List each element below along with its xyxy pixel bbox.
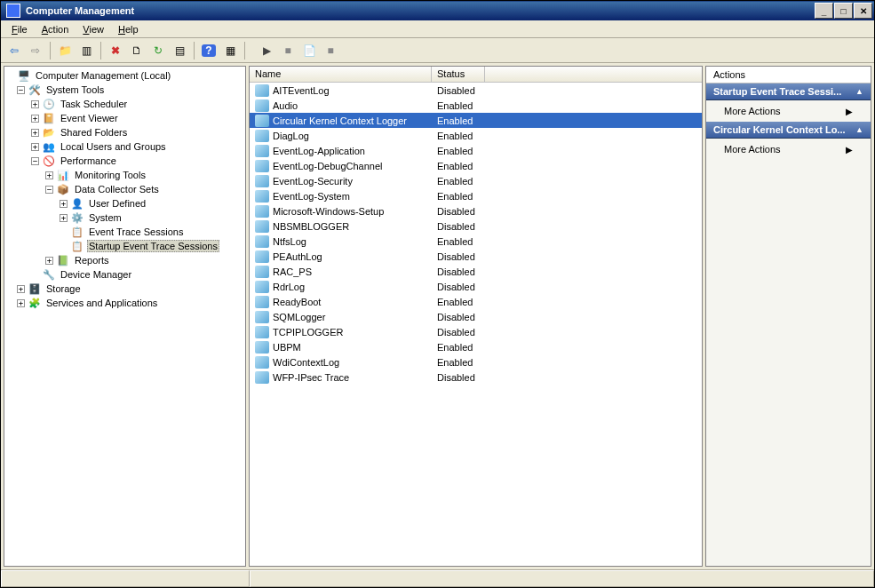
list-panel: Name Status AITEventLogDisabledAudioEnab…	[249, 66, 703, 567]
tree-root[interactable]: 🖥️ Computer Management (Local)	[4, 68, 245, 83]
maximize-button[interactable]: □	[834, 3, 853, 19]
list-row[interactable]: Circular Kernel Context LoggerEnabled	[250, 113, 702, 128]
back-button[interactable]: ⇦	[4, 41, 24, 60]
cell-name: RAC_PS	[250, 266, 432, 278]
chevron-up-icon: ▲	[855, 125, 863, 134]
expand-icon[interactable]: +	[31, 115, 39, 123]
list-row[interactable]: EventLog-ApplicationEnabled	[250, 143, 702, 158]
actions-more-2[interactable]: More Actions ▶	[706, 139, 871, 160]
list-row[interactable]: EventLog-SystemEnabled	[250, 188, 702, 203]
list-row[interactable]: RAC_PSDisabled	[250, 264, 702, 279]
list-row[interactable]: RdrLogDisabled	[250, 279, 702, 294]
export-button[interactable]: ▤	[170, 41, 189, 60]
export-icon: ▤	[175, 44, 185, 57]
cell-status: Enabled	[432, 161, 485, 171]
cell-name: NBSMBLOGGER	[250, 220, 432, 233]
stop-button[interactable]: ■	[278, 41, 298, 60]
list-row[interactable]: TCPIPLOGGERDisabled	[250, 324, 702, 339]
tree-event-trace-sessions[interactable]: 📋 Event Trace Sessions	[4, 225, 245, 239]
menu-file[interactable]: File	[4, 22, 35, 36]
list-row[interactable]: NtfsLogEnabled	[250, 234, 702, 249]
column-header-name[interactable]: Name	[250, 67, 432, 82]
close-button[interactable]: ✕	[854, 3, 872, 19]
menu-help[interactable]: Help	[111, 22, 146, 36]
expand-icon[interactable]: +	[17, 285, 25, 293]
expand-icon[interactable]: +	[60, 200, 68, 208]
actions-group-selected[interactable]: Circular Kernel Context Lo... ▲	[706, 122, 871, 139]
cell-name-text: RdrLog	[273, 282, 305, 292]
new-button[interactable]: 📄	[299, 41, 319, 60]
cell-status: Disabled	[432, 206, 485, 217]
menu-action[interactable]: Action	[35, 22, 76, 36]
expand-icon[interactable]: +	[31, 100, 39, 108]
list-row[interactable]: DiagLogEnabled	[250, 128, 702, 143]
refresh-button[interactable]: 🗋	[127, 41, 147, 60]
list-row[interactable]: AudioEnabled	[250, 98, 702, 113]
cell-name: DiagLog	[250, 130, 432, 142]
expand-icon[interactable]: +	[45, 257, 53, 265]
tree-storage[interactable]: + 🗄️ Storage	[4, 282, 245, 296]
list-row[interactable]: SQMLoggerDisabled	[250, 309, 702, 324]
minimize-button[interactable]: _	[815, 3, 833, 19]
actions-group-startup[interactable]: Startup Event Trace Sessi... ▲	[706, 83, 871, 100]
expand-icon[interactable]: +	[60, 214, 68, 222]
collapse-icon[interactable]: −	[31, 157, 39, 165]
tree-local-users[interactable]: + 👥 Local Users and Groups	[4, 139, 245, 154]
expand-icon[interactable]: +	[31, 129, 39, 137]
expand-icon[interactable]: +	[17, 299, 25, 307]
forward-button[interactable]: ⇨	[26, 41, 45, 60]
tree-data-collector-sets[interactable]: − 📦 Data Collector Sets	[4, 182, 245, 196]
play-button[interactable]: ▶	[257, 41, 276, 60]
title-bar: Computer Management _ □ ✕	[1, 1, 874, 20]
tree-monitoring-tools[interactable]: + 📊 Monitoring Tools	[4, 168, 245, 182]
tree-performance[interactable]: − 🚫 Performance	[4, 154, 245, 168]
tree-task-scheduler[interactable]: + 🕒 Task Scheduler	[4, 97, 245, 111]
tools-icon: 🛠️	[28, 83, 42, 97]
tree-startup-event-trace-sessions[interactable]: 📋 Startup Event Trace Sessions	[4, 239, 245, 253]
cell-status: Disabled	[432, 327, 485, 338]
cell-status: Disabled	[432, 266, 485, 277]
properties-button[interactable]: ▥	[76, 41, 96, 60]
menu-view[interactable]: View	[76, 22, 111, 36]
list-row[interactable]: WFP-IPsec TraceDisabled	[250, 369, 702, 385]
list-row[interactable]: Microsoft-Windows-SetupDisabled	[250, 203, 702, 219]
help-button[interactable]: ?	[199, 41, 219, 60]
delete-button[interactable]: ✖	[106, 41, 125, 60]
collapse-icon[interactable]: −	[17, 86, 25, 94]
actions-more-1[interactable]: More Actions ▶	[706, 100, 871, 122]
tree-reports[interactable]: + 📗 Reports	[4, 253, 245, 267]
cell-name-text: WFP-IPsec Trace	[273, 372, 349, 383]
tree-user-defined[interactable]: + 👤 User Defined	[4, 196, 245, 211]
expand-icon[interactable]: +	[45, 171, 53, 179]
collapse-icon[interactable]: −	[45, 186, 53, 194]
list-row[interactable]: AITEventLogDisabled	[250, 83, 702, 98]
list-body: AITEventLogDisabledAudioEnabledCircular …	[250, 83, 702, 385]
list-row[interactable]: UBPMEnabled	[250, 339, 702, 354]
cell-status: Enabled	[432, 191, 485, 202]
list-row[interactable]: EventLog-SecurityEnabled	[250, 173, 702, 188]
list-row[interactable]: WdiContextLogEnabled	[250, 354, 702, 369]
tree-services-apps[interactable]: + 🧩 Services and Applications	[4, 296, 245, 310]
tree-event-viewer[interactable]: + 📔 Event Viewer	[4, 111, 245, 125]
list-row[interactable]: ReadyBootEnabled	[250, 294, 702, 309]
tree-system-dcs[interactable]: + ⚙️ System	[4, 211, 245, 225]
tree-shared-folders[interactable]: + 📂 Shared Folders	[4, 125, 245, 139]
expand-none	[60, 242, 68, 250]
list-row[interactable]: NBSMBLOGGERDisabled	[250, 219, 702, 234]
tree-label: Monitoring Tools	[73, 169, 147, 181]
tree-label: User Defined	[87, 197, 147, 210]
list-row[interactable]: EventLog-DebugChannelEnabled	[250, 158, 702, 173]
cell-name-text: PEAuthLog	[273, 251, 322, 262]
expand-icon[interactable]: +	[31, 143, 39, 151]
list-row[interactable]: PEAuthLogDisabled	[250, 249, 702, 264]
up-button[interactable]: 📁	[55, 41, 75, 60]
cell-name: PEAuthLog	[250, 250, 432, 263]
expand-none	[31, 271, 39, 279]
tree-system-tools[interactable]: − 🛠️ System Tools	[4, 83, 245, 97]
column-header-status[interactable]: Status	[432, 67, 485, 82]
cell-name: EventLog-Application	[250, 145, 432, 157]
save-button[interactable]: ■	[321, 41, 340, 60]
reload-button[interactable]: ↻	[148, 41, 168, 60]
showhide-button[interactable]: ▦	[220, 41, 240, 60]
tree-device-manager[interactable]: 🔧 Device Manager	[4, 267, 245, 282]
